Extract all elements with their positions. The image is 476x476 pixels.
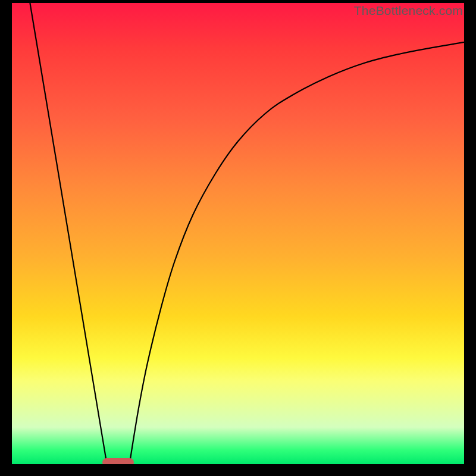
frame-border-right	[464, 0, 476, 476]
chart-area	[12, 3, 464, 464]
watermark-text: TheBottleneck.com	[354, 4, 463, 18]
curve-right	[130, 42, 464, 464]
frame-border-bottom	[0, 464, 476, 476]
frame-border-left	[0, 0, 12, 476]
curve-left	[30, 3, 107, 464]
chart-svg	[12, 3, 464, 464]
